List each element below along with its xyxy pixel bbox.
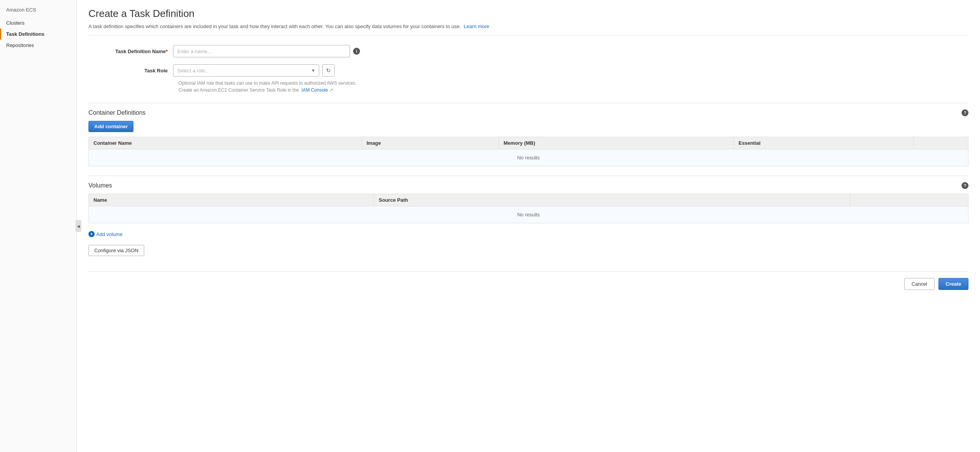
container-definitions-table-body: No results bbox=[89, 149, 968, 166]
sidebar-item-task-definitions[interactable]: Task Definitions bbox=[0, 28, 77, 40]
add-volume-link[interactable]: + Add volume bbox=[88, 231, 123, 237]
configure-json-button[interactable]: Configure via JSON bbox=[88, 245, 144, 256]
col-image: Image bbox=[362, 137, 498, 149]
learn-more-link[interactable]: Learn more bbox=[464, 23, 489, 29]
volumes-no-results: No results bbox=[89, 206, 968, 223]
container-definitions-table-head: Container Name Image Memory (MB) Essenti… bbox=[89, 137, 968, 149]
container-definitions-title: Container Definitions bbox=[88, 109, 146, 116]
col-source-path: Source Path bbox=[374, 194, 850, 206]
add-volume-label: Add volume bbox=[96, 231, 123, 237]
container-definitions-table: Container Name Image Memory (MB) Essenti… bbox=[88, 137, 968, 166]
refresh-button[interactable]: ↻ bbox=[322, 64, 335, 77]
cancel-button[interactable]: Cancel bbox=[904, 278, 934, 290]
task-role-select[interactable]: Select a role... bbox=[173, 64, 319, 77]
col-memory: Memory (MB) bbox=[499, 137, 734, 149]
plus-circle-icon: + bbox=[88, 231, 95, 237]
volumes-table-header-row: Name Source Path bbox=[89, 194, 968, 206]
footer-actions: Cancel Create bbox=[88, 278, 968, 290]
sidebar-item-repositories[interactable]: Repositories bbox=[0, 40, 77, 51]
col-actions bbox=[913, 137, 968, 149]
sidebar-nav: Clusters Task Definitions Repositories bbox=[0, 17, 77, 51]
container-definitions-help-icon: ? bbox=[962, 109, 968, 116]
volumes-title: Volumes bbox=[88, 182, 112, 189]
task-role-help: Optional IAM role that tasks can use to … bbox=[178, 80, 968, 94]
main-content: Create a Task Definition A task definiti… bbox=[77, 0, 980, 452]
volumes-table: Name Source Path No results bbox=[88, 194, 968, 223]
col-essential: Essential bbox=[734, 137, 913, 149]
page-title: Create a Task Definition bbox=[88, 8, 968, 20]
task-role-select-wrapper: Select a role... ▼ bbox=[173, 64, 319, 77]
container-definitions-no-results: No results bbox=[89, 149, 968, 166]
add-container-button[interactable]: Add container bbox=[88, 121, 133, 132]
create-button[interactable]: Create bbox=[938, 278, 968, 290]
task-definition-name-row: Task Definition Name* i bbox=[88, 45, 968, 57]
volumes-help-icon: ? bbox=[962, 182, 968, 189]
sidebar-brand: Amazon ECS bbox=[0, 4, 77, 17]
volumes-table-body: No results bbox=[89, 206, 968, 223]
col-vol-actions bbox=[850, 194, 968, 206]
sidebar-item-clusters[interactable]: Clusters bbox=[0, 17, 77, 28]
volumes-header: Volumes ? bbox=[88, 182, 968, 189]
task-definition-name-label: Task Definition Name* bbox=[88, 49, 173, 54]
task-role-label: Task Role bbox=[88, 68, 173, 74]
task-definition-name-input[interactable] bbox=[173, 45, 350, 57]
volumes-section: Volumes ? Name Source Path No results + … bbox=[88, 176, 968, 245]
task-role-row: Task Role Select a role... ▼ ↻ bbox=[88, 64, 968, 77]
container-definitions-no-results-row: No results bbox=[89, 149, 968, 166]
container-definitions-table-header-row: Container Name Image Memory (MB) Essenti… bbox=[89, 137, 968, 149]
volumes-no-results-row: No results bbox=[89, 206, 968, 223]
sidebar: Amazon ECS Clusters Task Definitions Rep… bbox=[0, 0, 77, 452]
footer-divider bbox=[88, 271, 968, 272]
col-name: Name bbox=[89, 194, 374, 206]
sidebar-toggle[interactable]: ◀ bbox=[76, 220, 81, 232]
container-definitions-header: Container Definitions ? bbox=[88, 109, 968, 116]
page-description-text: A task definition specifies which contai… bbox=[88, 23, 461, 29]
col-container-name: Container Name bbox=[89, 137, 362, 149]
task-definition-name-info-icon: i bbox=[353, 48, 360, 55]
page-description: A task definition specifies which contai… bbox=[88, 23, 968, 36]
iam-console-link[interactable]: IAM Console bbox=[302, 87, 328, 93]
volumes-table-head: Name Source Path bbox=[89, 194, 968, 206]
container-definitions-section: Container Definitions ? Add container Co… bbox=[88, 103, 968, 166]
